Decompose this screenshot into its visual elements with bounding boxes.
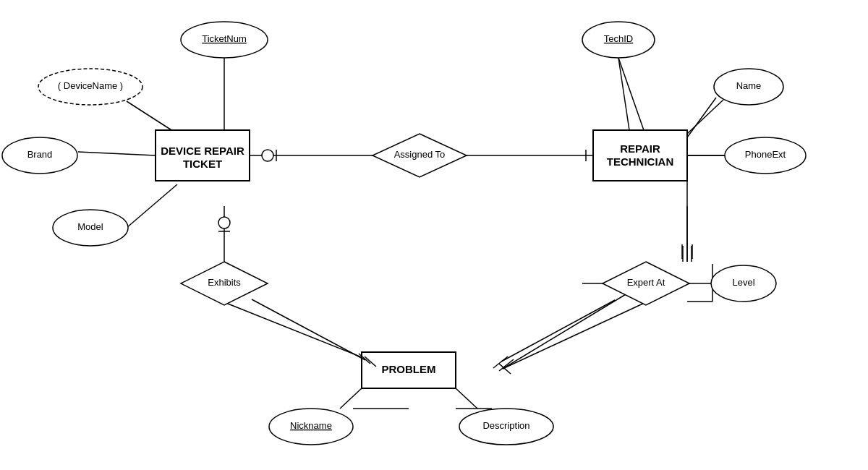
- svg-line-2: [78, 152, 156, 155]
- attr-name-label: Name: [736, 80, 762, 91]
- attr-devicename-label: ( DeviceName ): [58, 80, 123, 91]
- svg-line-35: [340, 388, 362, 409]
- er-diagram: DEVICE REPAIR TICKET REPAIR TECHNICIAN P…: [0, 0, 868, 470]
- attr-phoneext-label: PhoneExt: [745, 149, 786, 160]
- svg-point-23: [218, 217, 230, 228]
- svg-line-4: [618, 58, 644, 130]
- attr-level-label: Level: [732, 277, 754, 288]
- svg-line-38: [687, 100, 723, 134]
- attr-techid-label: TechID: [604, 33, 633, 44]
- entity-ticket-label2: TICKET: [183, 158, 222, 170]
- svg-line-5: [687, 98, 716, 137]
- attr-ticketnum-label: TicketNum: [202, 33, 247, 44]
- svg-line-14: [503, 283, 644, 369]
- svg-line-36: [456, 388, 477, 409]
- svg-point-17: [262, 150, 273, 161]
- attr-nickname-label: Nickname: [290, 420, 332, 431]
- rel-expert-at-label: Expert At: [627, 277, 665, 288]
- svg-line-1: [127, 101, 177, 134]
- entity-ticket-label: DEVICE REPAIR: [161, 145, 244, 157]
- rel-exhibits-label: Exhibits: [208, 277, 241, 288]
- attr-model-label: Model: [77, 221, 103, 232]
- rel-assigned-to-label: Assigned To: [394, 149, 446, 160]
- svg-line-37: [618, 58, 629, 130]
- entity-problem-label: PROBLEM: [382, 363, 436, 375]
- attr-description-label: Description: [482, 420, 529, 431]
- svg-line-44: [501, 300, 615, 362]
- entity-technician-label: REPAIR: [620, 142, 660, 155]
- entity-technician-label2: TECHNICIAN: [607, 155, 674, 168]
- svg-line-3: [127, 184, 177, 228]
- svg-line-47: [252, 299, 365, 360]
- svg-line-28: [503, 302, 646, 369]
- attr-brand-label: Brand: [27, 149, 53, 160]
